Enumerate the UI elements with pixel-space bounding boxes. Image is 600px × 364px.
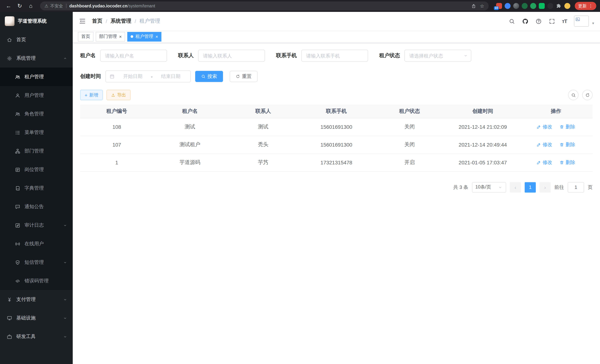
sidebar-item-menu[interactable]: 菜单管理 [0,123,73,142]
site-security-chip[interactable]: ⚠ 不安全 [45,3,63,9]
sidebar-item-dept[interactable]: 部门管理 [0,142,73,160]
sidebar-item-post[interactable]: 岗位管理 [0,160,73,179]
extension-icon-blue[interactable] [505,3,511,9]
column-header-name: 租户名 [153,105,227,118]
caret-down-icon[interactable]: ▾ [592,21,594,27]
search-button[interactable]: 搜索 [195,71,223,82]
goto-label: 前往 [554,184,564,191]
extension-icon-globe[interactable] [513,3,519,9]
create-time-range-picker[interactable]: 开始日期 - 结束日期 [105,71,191,82]
sidebar-item-home[interactable]: 首页 [0,30,73,49]
next-page-button[interactable]: › [540,182,551,192]
org-tree-icon [15,148,20,154]
tenant-status-select[interactable] [404,50,471,62]
github-icon[interactable] [522,18,528,24]
book-icon [15,185,20,191]
edit-link[interactable]: 修改 [537,123,552,130]
sidebar-item-notice[interactable]: 通知公告 [0,197,73,216]
table-row: 1 芋道源码 芋艿 17321315478 开启 2021-01-05 17:0… [80,154,593,171]
bookmark-star-icon[interactable]: ☆ [480,3,484,9]
breadcrumb-home[interactable]: 首页 [92,18,103,25]
delete-link[interactable]: 删除 [560,123,575,130]
extension-icon-green-square[interactable] [539,3,545,9]
sidebar-item-audit[interactable]: 审计日志 [0,216,73,234]
table-row: 108 测试 测试 15601691300 关闭 2021-12-14 21:0… [80,118,593,136]
sidebar-item-sms[interactable]: 短信管理 [0,253,73,272]
goto-page-input[interactable] [568,182,584,192]
breadcrumb-current: 租户管理 [140,18,160,25]
sidebar-item-pay[interactable]: 支付管理 [0,290,73,309]
add-button[interactable]: + 新增 [80,90,103,100]
address-bar[interactable]: ⚠ 不安全 dashboard.yudao.iocoder.cn/system/… [40,1,489,10]
toggle-search-button[interactable] [568,90,579,100]
sidebar-item-errcode[interactable]: 错误码管理 [0,272,73,290]
table-header: 租户编号 租户名 联系人 联系手机 租户状态 创建时间 操作 [80,105,593,118]
sidebar-item-online[interactable]: 在线用户 [0,234,73,253]
user-avatar[interactable] [574,16,589,27]
refresh-table-button[interactable] [582,90,593,100]
edit-link[interactable]: 修改 [537,141,552,148]
page-number-1[interactable]: 1 [525,182,536,192]
phone-input[interactable] [301,50,368,62]
sidebar-item-user[interactable]: 用户管理 [0,86,73,105]
status-label: 租户状态 [379,52,400,59]
delete-link[interactable]: 删除 [560,159,575,166]
start-date-input[interactable]: 开始日期 [117,73,149,80]
sidebar-toggle-icon[interactable] [79,18,86,25]
browser-profile-avatar[interactable] [564,3,570,9]
tag-tenant[interactable]: 租户管理 × [127,32,161,41]
cell-tenant-name: 芋道源码 [153,154,227,171]
app-logo[interactable]: 芋道管理系统 [0,12,73,30]
cell-status: 关闭 [373,136,446,154]
sidebar-item-role[interactable]: 角色管理 [0,105,73,123]
toolbar-right [568,90,593,100]
end-date-input[interactable]: 结束日期 [155,73,187,80]
tag-home[interactable]: 首页 [78,32,94,41]
export-button[interactable]: 导出 [106,90,131,100]
contact-input[interactable] [198,50,265,62]
tenant-status-input[interactable] [404,50,471,62]
tenant-name-input[interactable] [100,50,167,62]
edit-link[interactable]: 修改 [537,159,552,166]
page-size-value: 10条/页 [475,184,491,190]
sidebar-item-label: 角色管理 [25,111,44,117]
close-icon[interactable]: × [119,34,122,39]
sidebar-item-devtool[interactable]: 研发工具 [0,327,73,346]
extension-icon-green[interactable] [530,3,536,9]
edit-icon [537,142,541,147]
tag-dept[interactable]: 部门管理 × [96,32,125,41]
sidebar-item-infra[interactable]: 基础设施 [0,309,73,327]
pagination-total: 共 3 条 [453,184,468,191]
fullscreen-icon[interactable] [549,18,555,24]
cell-created: 2021-01-05 17:03:47 [446,154,519,171]
extensions-puzzle-icon[interactable] [556,3,562,9]
sidebar-item-dict[interactable]: 字典管理 [0,179,73,197]
header-search-icon[interactable] [508,18,515,24]
browser-home-icon[interactable]: ⌂ [26,0,36,12]
breadcrumb-parent[interactable]: 系统管理 [111,18,131,25]
cell-tenant-id: 1 [80,154,153,171]
sidebar-item-tenant[interactable]: 租户管理 [0,67,73,86]
browser-menu-icon[interactable]: ⋮ [589,3,593,9]
browser-back-icon[interactable]: ← [4,0,13,12]
share-icon[interactable] [471,3,476,8]
extension-icon-dark-green[interactable] [522,3,528,9]
browser-update-button[interactable]: 更新 ⋮ [575,2,596,10]
close-icon[interactable]: × [155,34,158,39]
font-size-icon[interactable]: тT [562,18,567,24]
reset-button-label: 重置 [242,73,252,80]
update-label: 更新 [578,3,587,9]
prev-page-button[interactable]: ‹ [510,182,521,192]
broken-image-icon [575,17,580,22]
browser-reload-icon[interactable]: ↻ [15,0,25,12]
help-icon[interactable] [535,18,542,24]
filter-status: 租户状态 [379,50,471,62]
cell-status: 关闭 [373,118,446,136]
page-size-select[interactable]: 10条/页 [472,182,506,192]
home-icon [7,37,12,42]
sidebar-item-system[interactable]: 系统管理 [0,49,73,67]
delete-link[interactable]: 删除 [560,141,575,148]
reset-button[interactable]: 重置 [230,71,258,82]
extension-icon-red[interactable]: 10 [496,3,502,9]
extension-icon-dark[interactable] [547,3,553,9]
